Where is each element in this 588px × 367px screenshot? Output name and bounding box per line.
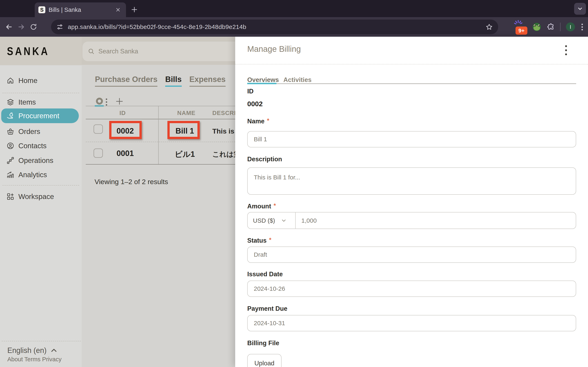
layers-icon xyxy=(7,98,14,106)
tab-overviews[interactable]: Overviews xyxy=(247,76,279,83)
row-divider xyxy=(86,142,235,142)
tab-activities[interactable]: Activities xyxy=(283,76,311,83)
column-divider xyxy=(158,106,159,164)
forward-icon[interactable] xyxy=(15,21,27,33)
add-view-icon[interactable] xyxy=(115,97,124,106)
currency-select[interactable]: USD ($) xyxy=(248,212,296,229)
payment-due-field[interactable] xyxy=(247,315,576,331)
amount-field: USD ($) 1,000 xyxy=(247,212,576,229)
sidebar-item-label: Orders xyxy=(18,127,40,136)
url-text[interactable]: app.sanka.io/bills/?id=52bbe02f-9cce-454… xyxy=(68,24,485,30)
bookmark-star-icon[interactable] xyxy=(485,23,493,31)
sidebar-item-label: Operations xyxy=(18,156,53,165)
field-label-name: Name* xyxy=(247,117,269,125)
field-label-amount: Amount* xyxy=(247,202,276,210)
sidebar-item-label: Items xyxy=(18,98,36,106)
table-top-border xyxy=(86,106,235,106)
browser-tab[interactable]: S Bills | Sanka xyxy=(35,2,126,17)
app-window: SANKA Home Items Procurement O xyxy=(0,37,588,367)
footer-links[interactable]: About Terms Privacy xyxy=(7,356,61,363)
tab-search-icon[interactable] xyxy=(574,3,586,15)
tab-bills[interactable]: Bills xyxy=(165,75,182,87)
panel-tabs: Overviews Activities xyxy=(247,76,311,83)
tab-purchase-orders[interactable]: Purchase Orders xyxy=(95,75,157,87)
sidebar-item-contacts[interactable]: Contacts xyxy=(0,138,82,153)
column-header-description[interactable]: DESCRIPTION xyxy=(212,110,235,117)
home-icon xyxy=(7,77,14,84)
sidebar-divider xyxy=(2,93,79,93)
sidebar-item-orders[interactable]: Orders xyxy=(0,124,82,139)
extensions-puzzle-icon[interactable] xyxy=(547,23,555,31)
analytics-icon xyxy=(7,171,14,179)
cell-id[interactable]: 0001 xyxy=(117,149,134,158)
cell-name[interactable]: ビル1 xyxy=(175,149,195,159)
frog-eye xyxy=(537,24,540,27)
logo-band: SANKA xyxy=(0,37,82,65)
extension-badge: 9+ xyxy=(516,26,527,35)
url-bar[interactable]: app.sanka.io/bills/?id=52bbe02f-9cce-454… xyxy=(51,20,498,34)
annotation-box-name xyxy=(167,121,200,139)
panel-menu-icon[interactable] xyxy=(565,45,567,55)
browser-tabstrip: S Bills | Sanka xyxy=(0,0,588,17)
notification-extension-icon[interactable]: 9+ xyxy=(514,20,528,34)
profile-avatar[interactable]: I xyxy=(566,22,575,31)
table-bottom-border xyxy=(86,164,235,165)
cell-description[interactable]: This is Bi xyxy=(212,127,235,135)
upload-button[interactable]: Upload xyxy=(247,354,282,367)
required-marker: * xyxy=(267,117,269,124)
sidebar-item-label: Home xyxy=(18,76,37,85)
search-input[interactable]: Search Sanka xyxy=(82,42,235,61)
description-field[interactable]: This is Bill 1 for... xyxy=(247,167,576,195)
site-info-icon[interactable] xyxy=(56,24,63,30)
operations-icon xyxy=(7,157,14,164)
procurement-icon xyxy=(7,112,14,120)
field-value-id: 0002 xyxy=(247,100,263,108)
language-label: English (en) xyxy=(7,346,47,355)
currency-value: USD ($) xyxy=(253,217,275,224)
header-bottom-border xyxy=(86,119,235,119)
sidebar-item-procurement[interactable]: Procurement xyxy=(1,108,79,123)
sidebar-item-label: Contacts xyxy=(18,142,47,150)
document-tabs: Purchase Orders Bills Expenses xyxy=(95,75,226,87)
row-checkbox[interactable] xyxy=(94,149,103,158)
reload-icon[interactable] xyxy=(27,21,40,33)
sanka-logo[interactable]: SANKA xyxy=(7,44,49,58)
new-tab-icon[interactable] xyxy=(130,5,139,14)
sidebar-item-label: Analytics xyxy=(18,171,47,179)
workspace-icon xyxy=(7,193,14,200)
required-marker: * xyxy=(274,202,276,209)
main-content: Search Sanka Purchase Orders Bills Expen… xyxy=(82,37,235,367)
name-field[interactable] xyxy=(247,131,576,147)
sidebar: SANKA Home Items Procurement O xyxy=(0,37,82,367)
tab-expenses[interactable]: Expenses xyxy=(190,75,226,87)
table-options-icon[interactable] xyxy=(106,99,107,106)
column-header-id[interactable]: ID xyxy=(120,110,126,117)
sidebar-item-operations[interactable]: Operations xyxy=(0,153,82,168)
panel-tabs-underline xyxy=(247,83,576,84)
back-icon[interactable] xyxy=(3,21,15,33)
sidebar-item-analytics[interactable]: Analytics xyxy=(0,167,82,182)
field-label-issued-date: Issued Date xyxy=(247,271,283,278)
cell-description[interactable]: これは第 xyxy=(212,150,235,159)
column-header-name[interactable]: NAME xyxy=(177,110,195,117)
tab-close-icon[interactable] xyxy=(114,6,121,13)
view-selector-icon[interactable] xyxy=(96,98,103,105)
extensions-area: 9+ I xyxy=(514,17,588,37)
browser-menu-icon[interactable] xyxy=(581,24,583,30)
search-placeholder: Search Sanka xyxy=(98,48,138,55)
status-field[interactable] xyxy=(247,247,576,263)
sidebar-item-home[interactable]: Home xyxy=(0,73,82,88)
frog-extension-icon[interactable] xyxy=(533,23,541,31)
tab-favicon: S xyxy=(38,6,45,13)
sidebar-item-items[interactable]: Items xyxy=(0,95,82,109)
amount-value[interactable]: 1,000 xyxy=(301,217,317,224)
required-marker: * xyxy=(269,236,271,243)
row-checkbox[interactable] xyxy=(94,124,103,134)
language-selector[interactable]: English (en) xyxy=(7,346,58,355)
manage-billing-panel: Manage Billing Overviews Activities ID 0… xyxy=(235,37,588,367)
issued-date-field[interactable] xyxy=(247,281,576,297)
frog-eye xyxy=(533,24,536,27)
toolbar-divider xyxy=(560,23,561,31)
sidebar-item-label: Procurement xyxy=(18,112,59,120)
sidebar-item-workspace[interactable]: Workspace xyxy=(0,189,82,204)
